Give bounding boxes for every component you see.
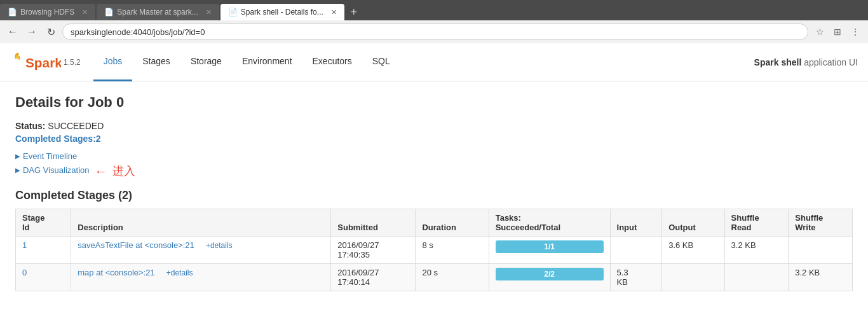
tasks-cell-0: 2/2 [489,264,610,291]
col-header-output: Output [662,209,724,237]
stage-id-cell: 1 [16,237,71,264]
shuffle-write-cell-0: 3.2 KB [789,264,853,291]
status-line: Status: SUCCEEDED [15,121,853,131]
stages-table: StageId Description Submitted Duration T… [15,209,853,291]
col-header-stage-id: StageId [16,209,71,237]
col-header-shuffle-write: ShuffleWrite [789,209,853,237]
spark-nav-links: Jobs Stages Storage Environment Executor… [93,43,754,81]
stage-id-link-1[interactable]: 1 [22,240,27,250]
output-cell-1: 3.6 KB [662,237,724,264]
tasks-progress-0: 2/2 [496,268,604,280]
completed-stages-link[interactable]: Completed Stages:2 [15,134,853,144]
nav-item-environment[interactable]: Environment [232,43,302,81]
stage-id-cell: 0 [16,264,71,291]
duration-cell-1: 8 s [416,237,489,264]
tab-close-master[interactable]: ✕ [206,8,212,17]
description-link-0[interactable]: map at <console>:21 [78,268,154,277]
completed-stages-value: 2 [96,134,101,144]
dag-row: ▶ DAG Visualization ← 进入 [15,163,853,179]
tab-shell[interactable]: 📄 Spark shell - Details fo... ✕ [220,4,344,20]
nav-item-stages[interactable]: Stages [132,43,180,81]
spark-app-suffix: application UI [804,57,858,67]
description-link-1[interactable]: saveAsTextFile at <console>:21 [78,240,194,250]
submitted-cell-1: 2016/09/2717:40:35 [331,237,416,264]
svg-text:Spark: Spark [25,55,61,69]
menu-icon[interactable]: ⋮ [848,24,863,39]
tab-close-shell[interactable]: ✕ [331,8,337,17]
spark-app: Spark 1.5.2 Jobs Stages Storage Environm… [0,43,868,317]
col-header-description: Description [71,209,331,237]
description-cell-0: map at <console>:21 +details [71,264,331,291]
content-area: Details for Job 0 Status: SUCCEEDED Comp… [0,81,868,304]
bookmark-star-icon[interactable]: ☆ [812,24,827,39]
event-timeline-section: ▶ Event Timeline [15,151,853,161]
input-cell-0: 5.3KB [610,264,662,291]
tab-favicon-shell: 📄 [228,8,237,17]
dag-arrow: ▶ [15,167,20,174]
tab-label-shell: Spark shell - Details fo... [241,8,323,17]
stage-id-link-0[interactable]: 0 [22,268,27,277]
back-button[interactable]: ← [5,24,20,39]
col-header-tasks: Tasks:Succeeded/Total [489,209,610,237]
description-cell-1: saveAsTextFile at <console>:21 +details [71,237,331,264]
col-header-duration: Duration [416,209,489,237]
tab-close-hdfs[interactable]: ✕ [82,8,88,17]
nav-item-sql[interactable]: SQL [362,43,400,81]
spark-logo-svg: Spark [10,50,61,75]
new-tab-button[interactable]: + [346,4,362,20]
address-bar-row: ← → ↻ ☆ ⊞ ⋮ [0,20,868,43]
submitted-cell-0: 2016/09/2717:40:14 [331,264,416,291]
page-title: Details for Job 0 [15,94,853,111]
spark-navbar: Spark 1.5.2 Jobs Stages Storage Environm… [0,43,868,81]
browser-chrome: 📄 Browsing HDFS ✕ 📄 Spark Master at spar… [0,0,868,43]
col-header-submitted: Submitted [331,209,416,237]
event-timeline-toggle[interactable]: ▶ Event Timeline [15,151,853,161]
nav-item-jobs[interactable]: Jobs [93,43,133,81]
dag-visualization-toggle[interactable]: ▶ DAG Visualization [15,165,90,175]
table-header-row: StageId Description Submitted Duration T… [16,209,853,237]
forward-button[interactable]: → [24,24,39,39]
toolbar-icons: ☆ ⊞ ⋮ [812,24,863,39]
tab-favicon-master: 📄 [104,8,113,17]
tab-label-hdfs: Browsing HDFS [20,8,74,17]
extensions-icon[interactable]: ⊞ [830,24,845,39]
nav-item-storage[interactable]: Storage [180,43,232,81]
tab-hdfs[interactable]: 📄 Browsing HDFS ✕ [0,4,95,20]
tab-favicon-hdfs: 📄 [8,8,17,17]
input-cell-1 [610,237,662,264]
address-input[interactable] [62,24,808,40]
dag-visualization-section: ▶ DAG Visualization [15,165,90,175]
status-label: Status: [15,121,45,131]
tasks-cell-1: 1/1 [489,237,610,264]
spark-app-name: Spark shell [754,57,802,67]
completed-stages-section-title: Completed Stages (2) [15,189,853,202]
tasks-progress-1: 1/1 [496,240,604,253]
details-link-1[interactable]: +details [206,241,233,250]
tab-bar: 📄 Browsing HDFS ✕ 📄 Spark Master at spar… [0,0,868,20]
col-header-shuffle-read: ShuffleRead [724,209,789,237]
dag-visualization-label: DAG Visualization [23,165,90,175]
spark-version: 1.5.2 [64,58,81,67]
table-row: 1 saveAsTextFile at <console>:21 +detail… [16,237,853,264]
table-row: 0 map at <console>:21 +details 2016/09/2… [16,264,853,291]
event-timeline-label: Event Timeline [23,151,77,161]
shuffle-read-cell-1: 3.2 KB [724,237,789,264]
status-value: SUCCEEDED [48,121,104,131]
output-cell-0 [662,264,724,291]
spark-app-title: Spark shell application UI [754,57,858,67]
refresh-button[interactable]: ↻ [43,24,58,39]
annotation-arrow-icon: ← [95,164,107,179]
tab-master[interactable]: 📄 Spark Master at spark... ✕ [97,4,219,20]
completed-stages-label: Completed Stages: [15,134,96,144]
annotation-text: 进入 [112,163,135,179]
duration-cell-0: 20 s [416,264,489,291]
tab-label-master: Spark Master at spark... [117,8,198,17]
col-header-input: Input [610,209,662,237]
shuffle-read-cell-0 [724,264,789,291]
shuffle-write-cell-1 [789,237,853,264]
event-timeline-arrow: ▶ [15,153,20,160]
details-link-0[interactable]: +details [166,268,193,277]
nav-item-executors[interactable]: Executors [302,43,362,81]
spark-logo-area: Spark 1.5.2 [10,50,81,75]
